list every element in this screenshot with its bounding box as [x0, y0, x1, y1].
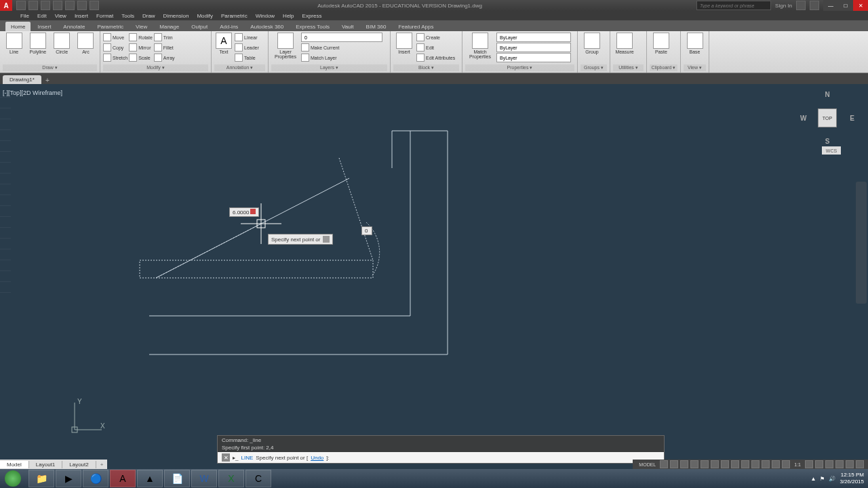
tray-show-hidden-icon[interactable]: ▲	[810, 476, 816, 482]
menu-window[interactable]: Window	[256, 13, 275, 19]
selection-cycling-icon[interactable]	[772, 460, 780, 468]
group-button[interactable]: Group	[580, 33, 604, 54]
panel-block-title[interactable]: Block ▾	[393, 64, 459, 71]
help-icon[interactable]	[810, 1, 819, 10]
plot-icon[interactable]	[65, 1, 75, 10]
isodraft-toggle-icon[interactable]	[711, 460, 719, 468]
sign-in-link[interactable]: Sign In	[775, 3, 792, 9]
arc-button[interactable]: Arc	[75, 33, 97, 54]
drawing-canvas[interactable]	[0, 87, 868, 464]
taskbar-app3-icon[interactable]: C	[245, 470, 271, 487]
scale-button[interactable]: Scale	[129, 53, 153, 62]
fillet-button[interactable]: Fillet	[154, 43, 175, 52]
exchange-icon[interactable]	[796, 1, 806, 10]
start-button[interactable]	[0, 469, 26, 488]
panel-view-title[interactable]: View ▾	[684, 64, 706, 71]
match-properties-button[interactable]: Match Properties	[465, 33, 495, 59]
stretch-button[interactable]: Stretch	[103, 53, 127, 62]
command-input[interactable]: ✕ ▸_ LINE Specify next point or [Undo]:	[218, 452, 664, 463]
workspace-icon[interactable]	[805, 460, 813, 468]
panel-clipboard-title[interactable]: Clipboard ▾	[650, 64, 677, 71]
table-button[interactable]: Table	[235, 53, 259, 62]
taskbar-chrome-icon[interactable]: 🔵	[83, 470, 108, 487]
command-line[interactable]: Command: _line Specify first point: 2,4 …	[217, 435, 665, 464]
tray-clock[interactable]: 12:15 PM 3/26/2015	[840, 472, 864, 485]
tab-home[interactable]: Home	[5, 22, 31, 31]
taskbar-app2-icon[interactable]: ▲	[137, 470, 163, 487]
3dosnap-toggle-icon[interactable]	[731, 460, 739, 468]
lineweight-toggle-icon[interactable]	[751, 460, 760, 468]
grid-toggle-icon[interactable]	[660, 460, 668, 468]
isolate-objects-icon[interactable]	[835, 460, 844, 468]
tab-bim360[interactable]: BIM 360	[361, 22, 392, 31]
menu-express[interactable]: Express	[302, 13, 322, 19]
tray-volume-icon[interactable]: 🔊	[829, 476, 835, 482]
otrack-toggle-icon[interactable]	[741, 460, 749, 468]
annotation-scale-icon[interactable]	[782, 460, 790, 468]
polyline-button[interactable]: Polyline	[26, 33, 49, 54]
menu-draw[interactable]: Draw	[142, 13, 155, 19]
layer-properties-button[interactable]: Layer Properties	[271, 33, 300, 59]
make-current-button[interactable]: Make Current	[301, 43, 387, 52]
redo-icon[interactable]	[90, 1, 99, 10]
polar-toggle-icon[interactable]	[701, 460, 709, 468]
dynamic-input-angle[interactable]: 0	[361, 226, 372, 235]
tab-vault[interactable]: Vault	[336, 22, 359, 31]
copy-button[interactable]: Copy	[103, 43, 127, 52]
line-button[interactable]: Line	[3, 33, 25, 54]
rotate-button[interactable]: Rotate	[129, 33, 153, 42]
menu-insert[interactable]: Insert	[75, 13, 88, 19]
tab-addins[interactable]: Add-ins	[214, 22, 243, 31]
linetype-selector[interactable]: ByLayer	[496, 53, 571, 62]
panel-layers-title[interactable]: Layers ▾	[271, 64, 387, 71]
chevron-down-icon[interactable]	[323, 236, 330, 243]
layout-tab-model[interactable]: Model	[0, 461, 29, 468]
tab-manage[interactable]: Manage	[154, 22, 184, 31]
open-icon[interactable]	[28, 1, 38, 10]
menu-dimension[interactable]: Dimension	[163, 13, 189, 19]
taskbar-notepad-icon[interactable]: 📄	[164, 470, 190, 487]
menu-format[interactable]: Format	[96, 13, 113, 19]
panel-groups-title[interactable]: Groups ▾	[580, 64, 607, 71]
tray-flag-icon[interactable]: ⚑	[820, 476, 825, 482]
create-block-button[interactable]: Create	[416, 33, 455, 42]
tab-featured[interactable]: Featured Apps	[393, 22, 439, 31]
panel-annotation-title[interactable]: Annotation ▾	[214, 64, 265, 71]
taskbar-media-icon[interactable]: ▶	[56, 470, 81, 487]
snap-toggle-icon[interactable]	[670, 460, 678, 468]
status-model[interactable]: MODEL	[637, 462, 658, 467]
taskbar-explorer-icon[interactable]: 📁	[28, 470, 54, 487]
panel-modify-title[interactable]: Modify ▾	[103, 64, 208, 71]
menu-modify[interactable]: Modify	[197, 13, 213, 19]
text-button[interactable]: AText	[214, 33, 233, 54]
customize-icon[interactable]	[856, 460, 864, 468]
tab-view[interactable]: View	[130, 22, 153, 31]
new-tab-button[interactable]: +	[41, 77, 54, 84]
taskbar-autocad-icon[interactable]: A	[110, 470, 136, 487]
move-button[interactable]: Move	[103, 33, 127, 42]
insert-block-button[interactable]: Insert	[393, 33, 415, 54]
clean-screen-icon[interactable]	[846, 460, 854, 468]
linear-button[interactable]: Linear	[235, 33, 259, 42]
menu-tools[interactable]: Tools	[121, 13, 134, 19]
osnap-toggle-icon[interactable]	[721, 460, 729, 468]
panel-properties-title[interactable]: Properties ▾	[465, 64, 574, 71]
trim-button[interactable]: Trim	[154, 33, 175, 42]
command-close-icon[interactable]: ✕	[222, 453, 230, 462]
file-tab-drawing1[interactable]: Drawing1*	[3, 75, 41, 84]
array-button[interactable]: Array	[154, 53, 175, 62]
dynamic-input-distance[interactable]: 6.0000	[229, 207, 259, 217]
circle-button[interactable]: Circle	[51, 33, 73, 54]
save-icon[interactable]	[41, 1, 50, 10]
undo-icon[interactable]	[77, 1, 87, 10]
help-search-input[interactable]	[696, 1, 771, 10]
menu-view[interactable]: View	[55, 13, 66, 19]
menu-parametric[interactable]: Parametric	[221, 13, 248, 19]
panel-draw-title[interactable]: Draw ▾	[3, 64, 97, 71]
tab-insert[interactable]: Insert	[32, 22, 56, 31]
taskbar-excel-icon[interactable]: X	[218, 470, 244, 487]
tab-parametric[interactable]: Parametric	[92, 22, 129, 31]
annotation-monitor-icon[interactable]	[815, 460, 823, 468]
edit-attributes-button[interactable]: Edit Attributes	[416, 53, 455, 62]
menu-help[interactable]: Help	[283, 13, 294, 19]
